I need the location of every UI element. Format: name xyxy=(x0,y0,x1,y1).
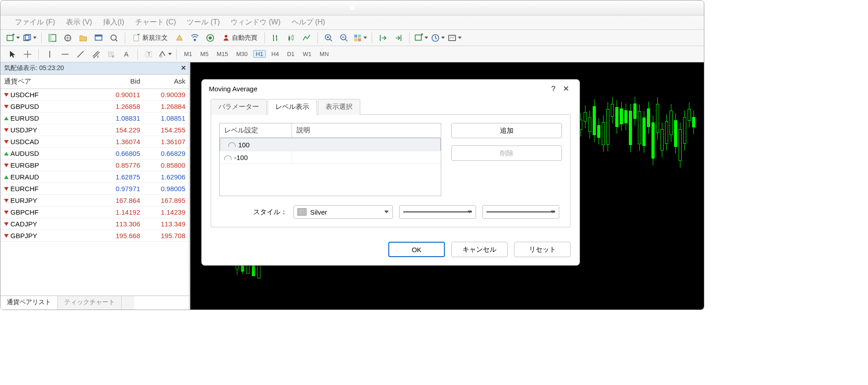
new-order-button[interactable]: 新規注文 xyxy=(130,32,170,44)
templates-icon[interactable] xyxy=(448,32,462,44)
market-watch-toggle-icon[interactable] xyxy=(46,32,59,44)
timeframe-H4[interactable]: H4 xyxy=(269,51,282,57)
strategy-tester-icon[interactable] xyxy=(108,32,120,44)
add-level-button[interactable]: 追加 xyxy=(451,123,562,138)
svg-rect-20 xyxy=(358,34,361,38)
market-watch-row[interactable]: GBPUSD1.268581.26884 xyxy=(0,101,189,113)
market-watch-row[interactable]: EURGBP0.857760.85800 xyxy=(0,160,189,171)
market-watch-close-icon[interactable]: ✕ xyxy=(181,64,186,71)
reset-button[interactable]: リセット xyxy=(514,242,571,257)
timeframe-M30[interactable]: M30 xyxy=(233,51,250,57)
menubar: ファイル (F) 表示 (V) 挿入(I) チャート (C) ツール (T) ウ… xyxy=(0,15,704,30)
market-watch-row[interactable]: GBPJPY195.668195.708 xyxy=(0,230,189,242)
scroll-end-icon[interactable] xyxy=(377,32,389,44)
timeframe-M15[interactable]: M15 xyxy=(214,51,231,57)
level-row[interactable]: 100 xyxy=(220,138,441,151)
market-watch-row[interactable]: EURJPY167.864167.895 xyxy=(0,195,189,207)
text-label-icon[interactable]: A xyxy=(120,48,133,61)
line-width-select[interactable] xyxy=(482,205,559,219)
svg-text:E: E xyxy=(97,55,99,59)
menu-tool[interactable]: ツール (T) xyxy=(187,18,220,27)
level-icon xyxy=(228,142,236,147)
menu-chart[interactable]: チャート (C) xyxy=(135,18,176,27)
timeframe-M1[interactable]: M1 xyxy=(181,51,195,57)
menu-file[interactable]: ファイル (F) xyxy=(15,18,55,27)
line-style-select[interactable] xyxy=(399,205,476,219)
color-select[interactable]: Silver xyxy=(293,205,393,219)
bar-chart-icon[interactable] xyxy=(269,32,282,44)
line-chart-icon[interactable] xyxy=(300,32,313,44)
dialog-close-icon[interactable]: ✕ xyxy=(560,84,572,94)
svg-point-31 xyxy=(160,55,162,57)
market-watch-row[interactable]: EURCHF0.979710.98005 xyxy=(0,183,189,195)
direction-icon xyxy=(4,199,9,202)
tab-parameters[interactable]: パラメーター xyxy=(211,99,267,115)
profiles-icon[interactable] xyxy=(23,32,37,44)
mw-tab-pairs[interactable]: 通貨ペアリスト xyxy=(0,296,58,310)
timeframe-M5[interactable]: M5 xyxy=(198,51,211,57)
market-watch-row[interactable]: USDJPY154.229154.255 xyxy=(0,124,189,136)
text-icon[interactable]: T xyxy=(142,48,155,61)
crosshair-icon[interactable] xyxy=(21,48,34,61)
periodicity-icon[interactable] xyxy=(431,32,445,44)
ok-button[interactable]: OK xyxy=(388,242,445,257)
menu-help[interactable]: ヘルプ (H) xyxy=(292,18,326,27)
signals-icon[interactable] xyxy=(189,32,201,44)
tab-visualization[interactable]: 表示選択 xyxy=(318,99,360,115)
direction-icon xyxy=(4,211,9,214)
timeframe-MN[interactable]: MN xyxy=(317,51,331,57)
market-watch-row[interactable]: EURUSD1.088311.08851 xyxy=(0,113,189,124)
svg-text:A: A xyxy=(124,50,128,58)
delete-level-button[interactable]: 削除 xyxy=(451,146,562,161)
zoom-out-icon[interactable] xyxy=(338,32,350,44)
zoom-in-icon[interactable] xyxy=(322,32,335,44)
dialog-help-icon[interactable]: ? xyxy=(547,85,560,94)
mw-tab-tick[interactable]: ティックチャート xyxy=(58,296,122,310)
menu-view[interactable]: 表示 (V) xyxy=(66,18,92,27)
metaquotes-icon[interactable] xyxy=(173,32,186,44)
dialog-title: Moving Average xyxy=(209,85,257,93)
timeframe-D1[interactable]: D1 xyxy=(284,51,297,57)
chart-shift-icon[interactable] xyxy=(392,32,405,44)
candlestick-icon[interactable] xyxy=(285,32,297,44)
svg-rect-16 xyxy=(292,36,293,39)
timeframe-W1[interactable]: W1 xyxy=(300,51,315,57)
level-row[interactable]: -100 xyxy=(220,151,441,164)
cancel-button[interactable]: キャンセル xyxy=(451,242,508,257)
indicators-icon[interactable] xyxy=(414,32,428,44)
svg-text:F: F xyxy=(113,55,115,59)
direction-icon xyxy=(4,117,9,120)
objects-icon[interactable] xyxy=(158,48,172,61)
direction-icon xyxy=(4,222,9,226)
data-window-icon[interactable] xyxy=(61,32,74,44)
col-description: 説明 xyxy=(292,123,441,137)
trendline-icon[interactable] xyxy=(74,48,87,61)
horizontal-line-icon[interactable] xyxy=(59,48,71,61)
cursor-icon[interactable] xyxy=(6,48,19,61)
direction-icon xyxy=(4,164,9,167)
direction-icon xyxy=(4,175,9,179)
direction-icon xyxy=(4,152,9,155)
vps-icon[interactable] xyxy=(204,32,217,44)
fibonacci-icon[interactable]: F xyxy=(105,48,118,61)
market-watch-row[interactable]: CADJPY113.306113.349 xyxy=(0,218,189,230)
market-watch-row[interactable]: AUDUSD0.668050.66829 xyxy=(0,148,189,160)
menu-insert[interactable]: 挿入(I) xyxy=(103,18,124,27)
terminal-icon[interactable] xyxy=(92,32,105,44)
new-chart-icon[interactable] xyxy=(6,32,20,44)
market-watch-row[interactable]: EURAUD1.628751.62906 xyxy=(0,171,189,183)
levels-table[interactable]: レベル設定 説明 100 -100 xyxy=(219,123,441,196)
market-watch-row[interactable]: USDCAD1.360741.36107 xyxy=(0,136,189,148)
market-watch-row[interactable]: USDCHF0.900110.90039 xyxy=(0,89,189,101)
level-icon xyxy=(224,155,231,160)
tab-levels[interactable]: レベル表示 xyxy=(268,99,317,115)
menu-window[interactable]: ウィンドウ (W) xyxy=(231,18,280,27)
navigator-icon[interactable] xyxy=(77,32,90,44)
autotrading-button[interactable]: 自動売買 xyxy=(219,32,260,44)
toolbar-1: 新規注文 自動売買 xyxy=(0,30,704,46)
market-watch-row[interactable]: GBPCHF1.141921.14239 xyxy=(0,207,189,218)
equidistant-channel-icon[interactable]: E xyxy=(90,48,102,61)
tile-windows-icon[interactable] xyxy=(353,32,367,44)
timeframe-H1[interactable]: H1 xyxy=(253,50,266,58)
vertical-line-icon[interactable] xyxy=(43,48,56,61)
